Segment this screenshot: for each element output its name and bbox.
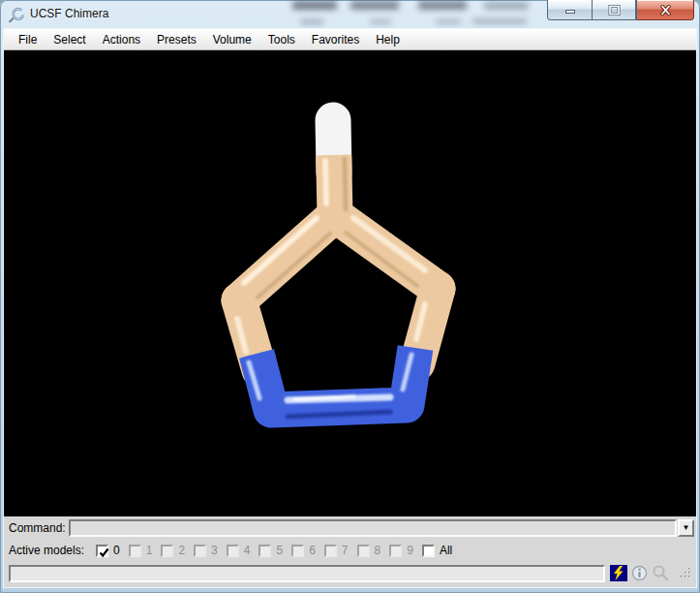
menu-favorites[interactable]: Favorites (311, 31, 360, 48)
checkbox-box (291, 545, 304, 557)
model-checkbox-6: 6 (291, 544, 316, 557)
close-icon (659, 5, 672, 16)
command-row: Command: ▼ (4, 516, 696, 539)
model-checkbox-5: 5 (259, 544, 283, 557)
glass-reflection (418, 1, 467, 10)
checkbox-box (194, 545, 206, 557)
glass-reflection (350, 1, 399, 10)
model-checkbox-8: 8 (357, 544, 381, 557)
model-checkbox-2: 2 (161, 544, 185, 557)
glass-reflection (370, 19, 391, 24)
close-button[interactable] (636, 0, 694, 20)
check-icon (97, 546, 111, 560)
model-checkbox-9: 9 (389, 544, 413, 557)
3d-viewport[interactable] (4, 50, 696, 516)
chimera-logo-icon (8, 6, 25, 23)
titlebar[interactable]: UCSF Chimera (0, 0, 700, 29)
magnifier-icon (652, 565, 670, 582)
command-history-dropdown-button[interactable]: ▼ (678, 519, 694, 537)
bottom-panel: Command: ▼ Active models: 0 1 2 (4, 516, 696, 587)
checkbox-box (389, 545, 402, 557)
menu-file[interactable]: File (17, 31, 38, 48)
command-label: Command: (9, 521, 66, 535)
status-row (4, 562, 696, 587)
checkbox-box (324, 545, 337, 557)
glass-reflection (292, 1, 337, 10)
glass-reflection (436, 19, 461, 24)
status-info-button[interactable] (631, 565, 648, 581)
model-checkbox-3: 3 (194, 544, 218, 557)
model-checkbox-all[interactable]: All (422, 544, 452, 557)
chimera-window: UCSF Chimera (0, 0, 700, 593)
menu-presets[interactable]: Presets (156, 31, 198, 48)
highlight (325, 161, 326, 203)
window-controls (547, 0, 694, 20)
molecule-render (4, 50, 696, 516)
menu-tools[interactable]: Tools (267, 31, 296, 48)
model-checkbox-4: 4 (227, 544, 251, 557)
menu-actions[interactable]: Actions (102, 31, 141, 48)
menu-help[interactable]: Help (375, 31, 401, 48)
maximize-button[interactable] (592, 0, 636, 20)
checkbox-box (227, 545, 239, 557)
model-checkbox-1: 1 (129, 544, 153, 557)
menu-volume[interactable]: Volume (212, 31, 253, 48)
checkbox-box (129, 545, 141, 557)
active-models-label: Active models: (9, 544, 84, 557)
status-bar (9, 565, 605, 582)
glass-reflection (472, 18, 527, 24)
lightning-bolt-icon (610, 565, 627, 581)
chevron-down-icon: ▼ (683, 523, 690, 532)
model-checkbox-0[interactable]: 0 (96, 544, 120, 557)
client-area: File Select Actions Presets Volume Tools… (4, 29, 696, 587)
command-input[interactable] (69, 519, 677, 537)
magnifier-button[interactable] (652, 565, 670, 582)
resize-grip-icon (679, 566, 692, 579)
checkbox-box (96, 545, 108, 557)
maximize-icon (608, 5, 621, 16)
checkbox-box (259, 545, 271, 557)
info-icon (631, 565, 648, 581)
menu-select[interactable]: Select (52, 31, 86, 48)
shade (345, 159, 346, 209)
minimize-button[interactable] (547, 0, 592, 20)
window-title: UCSF Chimera (30, 7, 108, 20)
glass-reflection (484, 2, 529, 10)
glass-reflection (300, 19, 323, 24)
menubar: File Select Actions Presets Volume Tools… (4, 29, 696, 50)
checkbox-box (422, 545, 435, 557)
resize-grip[interactable] (679, 566, 692, 583)
task-lightning-button[interactable] (610, 565, 627, 581)
active-models-row: Active models: 0 1 2 3 (4, 539, 696, 562)
model-checkbox-7: 7 (324, 544, 349, 557)
checkbox-box (357, 545, 370, 557)
minimize-icon (564, 5, 576, 15)
checkbox-box (161, 545, 173, 557)
